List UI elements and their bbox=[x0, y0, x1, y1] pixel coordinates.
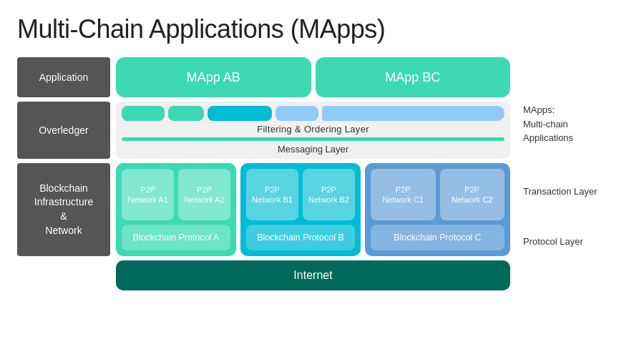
chain-col-c: P2P Network C1 P2P Network C2 Blockchain… bbox=[365, 163, 510, 256]
filtering-label: Filtering & Ordering Layer bbox=[257, 124, 369, 134]
ol-green-block-2 bbox=[168, 106, 204, 121]
ol-cyan-block bbox=[208, 106, 272, 121]
page: Multi-Chain Applications (MApps) Applica… bbox=[0, 0, 644, 362]
protocol-b: Blockchain Protocol B bbox=[246, 225, 355, 250]
p2p-node-a1: P2P Network A1 bbox=[122, 169, 174, 220]
messaging-label: Messaging Layer bbox=[278, 144, 348, 155]
diagram-area: Application Overledger BlockchainInfrast… bbox=[17, 57, 627, 351]
row-internet: Internet bbox=[116, 260, 510, 290]
row-overledger: Filtering & Ordering Layer Messaging Lay… bbox=[116, 102, 510, 159]
mapp-bc: MApp BC bbox=[316, 57, 511, 97]
p2p-node-c1: P2P Network C1 bbox=[371, 169, 436, 220]
p2p-node-b2: P2P Network B2 bbox=[303, 169, 355, 220]
chain-col-a: P2P Network A1 P2P Network A2 Blockchain… bbox=[116, 163, 236, 256]
ol-blue-block-2 bbox=[322, 106, 504, 121]
ol-green-block-1 bbox=[122, 106, 165, 121]
p2p-node-c2: P2P Network C2 bbox=[440, 169, 505, 220]
label-application: Application bbox=[17, 57, 110, 97]
overledger-top-row bbox=[122, 106, 504, 121]
row-blockchain: P2P Network A1 P2P Network A2 Blockchain… bbox=[116, 163, 510, 256]
right-labels: MApps: Multi-chain Applications Transact… bbox=[516, 57, 627, 351]
ol-blue-block-1 bbox=[275, 106, 318, 121]
chain-col-b: P2P Network B1 P2P Network B2 Blockchain… bbox=[240, 163, 361, 256]
mapp-ab: MApp AB bbox=[116, 57, 311, 97]
right-label-transaction: Transaction Layer bbox=[516, 181, 627, 233]
left-labels: Application Overledger BlockchainInfrast… bbox=[17, 57, 110, 351]
p2p-row-a: P2P Network A1 P2P Network A2 bbox=[122, 169, 230, 220]
row-mapps: MApp AB MApp BC bbox=[116, 57, 510, 97]
right-label-mapps: MApps: Multi-chain Applications bbox=[516, 100, 627, 148]
p2p-node-b1: P2P Network B1 bbox=[246, 169, 298, 220]
internet-box: Internet bbox=[116, 260, 510, 290]
p2p-row-b: P2P Network B1 P2P Network B2 bbox=[246, 169, 355, 220]
p2p-row-c: P2P Network C1 P2P Network C2 bbox=[371, 169, 504, 220]
p2p-node-a2: P2P Network A2 bbox=[178, 169, 230, 220]
label-blockchain-text: BlockchainInfrastructure&Network bbox=[34, 182, 93, 238]
right-label-protocol: Protocol Layer bbox=[516, 233, 627, 264]
protocol-c: Blockchain Protocol C bbox=[371, 225, 504, 250]
center-grid: MApp AB MApp BC Filtering & Ordering Lay… bbox=[116, 57, 510, 351]
green-stripe bbox=[122, 137, 504, 141]
right-section: Transaction Layer Protocol Layer bbox=[516, 181, 627, 264]
protocol-a: Blockchain Protocol A bbox=[122, 225, 230, 250]
label-blockchain: BlockchainInfrastructure&Network bbox=[17, 163, 110, 256]
label-overledger: Overledger bbox=[17, 102, 110, 159]
page-title: Multi-Chain Applications (MApps) bbox=[17, 14, 627, 44]
